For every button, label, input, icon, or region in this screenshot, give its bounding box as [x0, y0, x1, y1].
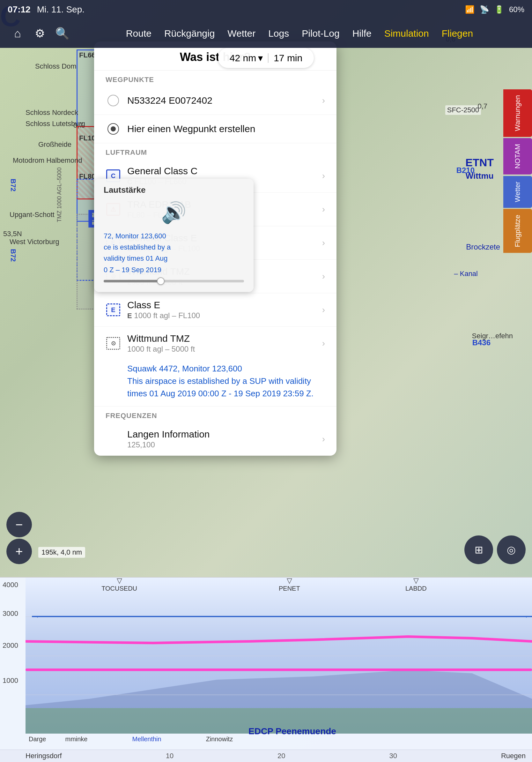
nav-fliegen[interactable]: Fliegen	[436, 26, 478, 41]
tmz-blue-text-1: Squawk 4472, Monitor 123,600	[127, 362, 325, 375]
airspace-e-lower-icon: E	[105, 302, 121, 318]
place-mminke: mminke	[65, 735, 87, 743]
freq-title: Langen Information	[127, 429, 316, 440]
profile-chart: 4000 3000 2000 1000 ▽	[0, 577, 532, 750]
tmz-blue-text-2: This airspace is established by a SUP wi…	[127, 375, 325, 400]
bottom-right-buttons: ⊞ ◎	[464, 535, 526, 564]
nav-route[interactable]: Route	[121, 26, 157, 41]
wifi-icon: 📶	[465, 5, 475, 14]
profile-airport-edcp: EDCP Peenemuende	[248, 726, 336, 736]
distance-value: 42 nm	[230, 53, 256, 63]
airspace-tmz-lower-icon: ⊙	[105, 336, 121, 351]
nav-logs[interactable]: Logs	[263, 26, 294, 41]
distance-separator	[268, 53, 269, 63]
chevron-right-tra-icon: ›	[322, 204, 325, 214]
settings-icon: ⚙	[35, 27, 45, 40]
section-wegpunkte: WEGPUNKTE	[94, 70, 337, 87]
waypoint-penet: ▽ PENET	[279, 577, 300, 592]
volume-slider[interactable]	[104, 280, 244, 282]
nav-links: Route Rückgängig Wetter Logs Pilot-Log H…	[73, 26, 526, 41]
right-side-buttons: Warnungen NOTAM Wetter Flugplätze	[503, 89, 532, 253]
settings-button[interactable]: ⚙	[29, 22, 51, 45]
freq-subtitle: 125,100	[127, 440, 316, 449]
nav-pilot-log[interactable]: Pilot-Log	[297, 26, 345, 41]
chevron-right-tmz-lower-icon: ›	[322, 338, 325, 348]
class-e-lower-subtitle: E 1000 ft agl – FL100	[127, 311, 316, 320]
nav-simulation[interactable]: Simulation	[379, 26, 434, 41]
dist-20: 20	[278, 752, 285, 760]
chevron-right-e-icon: ›	[322, 238, 325, 248]
profile-gridlines	[26, 577, 532, 733]
airports-button[interactable]: Flugplätze	[503, 209, 532, 253]
create-waypoint-title: Hier einen Wegpunkt erstellen	[127, 123, 325, 134]
duration-value: 17 min	[274, 53, 302, 63]
elev-1000: 1000	[3, 676, 18, 685]
chevron-right-e-lower-icon: ›	[322, 305, 325, 315]
volume-blue-text: 72, Monitor 123,600 ce is established by…	[104, 230, 244, 275]
compass-icon: ◎	[507, 544, 516, 556]
elev-3000: 3000	[3, 609, 18, 618]
volume-popup: Lautstärke 🔊 72, Monitor 123,600 ce is e…	[94, 179, 253, 292]
warnings-button[interactable]: Warnungen	[503, 89, 532, 137]
coordinates-title: N533224 E0072402	[127, 95, 316, 106]
home-icon: ⌂	[14, 27, 21, 40]
speaker-icon: 🔊	[104, 201, 244, 225]
dist-10: 10	[166, 752, 173, 760]
tmz-lower-subtitle: 1000 ft agl – 5000 ft	[127, 344, 316, 353]
waypoint-labdd: ▽ LABDD	[405, 577, 427, 592]
home-button[interactable]: ⌂	[6, 22, 29, 45]
search-icon: 🔍	[55, 27, 70, 40]
battery-percentage: 60%	[509, 5, 524, 14]
battery-icon: 🔋	[495, 5, 504, 14]
waypoint-tocusedu: ▽ TOCUSEDU	[101, 577, 137, 592]
notam-button[interactable]: NOTAM	[503, 138, 532, 175]
distance-dropdown[interactable]: 42 nm ▾	[230, 52, 263, 63]
chevron-right-freq-icon: ›	[322, 434, 325, 444]
nav-hilfe[interactable]: Hilfe	[347, 26, 377, 41]
volume-slider-thumb[interactable]	[157, 277, 165, 285]
scale-indicator: 195k, 4,0 nm	[38, 547, 85, 558]
create-waypoint-row[interactable]: Hier einen Wegpunkt erstellen	[94, 115, 337, 143]
distance-bar: 42 nm ▾ 17 min	[218, 48, 314, 68]
place-zinnowitz: Zinnowitz	[206, 735, 233, 743]
search-button[interactable]: 🔍	[51, 22, 73, 45]
class-e-lower-row[interactable]: E Class E E 1000 ft agl – FL100 ›	[94, 293, 337, 327]
chevron-right-icon: ›	[322, 95, 325, 106]
nav-weather[interactable]: Wetter	[222, 26, 261, 41]
freq-icon	[105, 431, 121, 447]
elev-4000: 4000	[3, 581, 18, 589]
langen-information-row[interactable]: Langen Information 125,100 ›	[94, 422, 337, 456]
dist-30: 30	[389, 752, 397, 760]
profile-distance-bar: Heringsdorf 10 20 30 Ruegen	[0, 750, 532, 762]
tmz-lower-title: Wittmund TMZ	[127, 333, 316, 344]
elevation-profile: 4000 3000 2000 1000 ▽	[0, 577, 532, 762]
class-e-lower-title: Class E	[127, 300, 316, 311]
top-navigation: ⌂ ⚙ 🔍 Route Rückgängig Wetter Logs Pilot…	[0, 19, 532, 48]
profile-blue-arrows: ← →	[32, 616, 532, 618]
zoom-in-icon: +	[15, 544, 23, 559]
layers-button[interactable]: ⊞	[464, 535, 493, 564]
zoom-in-button[interactable]: +	[6, 539, 32, 564]
volume-title: Lautstärke	[104, 185, 244, 195]
status-date: Mi. 11. Sep.	[37, 4, 465, 15]
volume-slider-fill	[104, 280, 160, 282]
profile-place-labels: Darge mminke Mellenthin Zinnowitz	[29, 735, 233, 743]
dist-start-label: Heringsdorf	[26, 752, 62, 760]
signal-icon: 📡	[480, 5, 489, 14]
elev-2000: 2000	[3, 642, 18, 650]
layers-icon: ⊞	[475, 544, 483, 556]
place-darge: Darge	[29, 735, 46, 743]
zoom-out-button[interactable]: −	[6, 512, 32, 537]
section-frequenzen: FREQUENZEN	[94, 407, 337, 422]
radio-filled-icon	[105, 121, 121, 137]
status-bar: 07:12 Mi. 11. Sep. 📶 📡 🔋 60%	[0, 0, 532, 19]
radio-empty-icon	[105, 93, 121, 108]
dropdown-arrow-icon: ▾	[258, 52, 263, 63]
nav-undo[interactable]: Rückgängig	[159, 26, 220, 41]
zoom-controls: − +	[6, 512, 32, 564]
waypoint-coordinates-row[interactable]: N533224 E0072402 ›	[94, 87, 337, 115]
chevron-right-tmz-icon: ›	[322, 271, 325, 281]
compass-button[interactable]: ◎	[497, 535, 526, 564]
wittmund-tmz-lower-row[interactable]: ⊙ Wittmund TMZ 1000 ft agl – 5000 ft › S…	[94, 327, 337, 407]
weather-side-button[interactable]: Wetter	[503, 176, 532, 208]
